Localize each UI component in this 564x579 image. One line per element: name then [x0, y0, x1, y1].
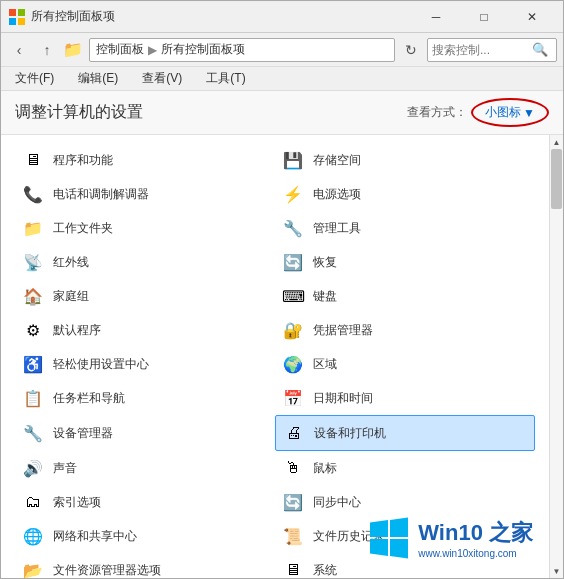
- folder-icon: 📁: [63, 40, 83, 59]
- menu-file[interactable]: 文件(F): [7, 68, 62, 89]
- content-area: 🖥 程序和功能 💾 存储空间 📞 电话和调制解调器 ⚡ 电源选项 📁 工作文件夹…: [1, 135, 563, 578]
- recovery-label: 恢复: [313, 254, 337, 271]
- list-item-highlighted[interactable]: 🖨 设备和打印机: [275, 415, 535, 451]
- maximize-button[interactable]: □: [461, 2, 507, 32]
- sync-label: 同步中心: [313, 494, 361, 511]
- list-item[interactable]: 🌐 网络和共享中心: [15, 519, 275, 553]
- list-item[interactable]: 🔊 声音: [15, 451, 275, 485]
- search-input[interactable]: [432, 43, 532, 57]
- svg-rect-1: [18, 9, 25, 16]
- mouse-icon: 🖱: [281, 456, 305, 480]
- menu-tools[interactable]: 工具(T): [198, 68, 253, 89]
- list-item[interactable]: ⚙ 默认程序: [15, 313, 275, 347]
- view-mode-button[interactable]: 小图标 ▼: [481, 102, 539, 123]
- search-icon[interactable]: 🔍: [532, 42, 548, 57]
- program-features-icon: 🖥: [21, 148, 45, 172]
- taskbar-icon: 📋: [21, 386, 45, 410]
- list-item[interactable]: 🔧 设备管理器: [15, 415, 275, 451]
- list-item[interactable]: 🖥 程序和功能: [15, 143, 275, 177]
- breadcrumb-sep1: ▶: [148, 43, 157, 57]
- workfolder-label: 工作文件夹: [53, 220, 113, 237]
- power-label: 电源选项: [313, 186, 361, 203]
- list-item[interactable]: 🖱 鼠标: [275, 451, 535, 485]
- page-title: 调整计算机的设置: [15, 102, 407, 123]
- index-label: 索引选项: [53, 494, 101, 511]
- scroll-track[interactable]: [550, 149, 563, 564]
- filehistory-label: 文件历史记录: [313, 528, 385, 545]
- default-programs-label: 默认程序: [53, 322, 101, 339]
- admin-tools-icon: 🔧: [281, 216, 305, 240]
- index-icon: 🗂: [21, 490, 45, 514]
- scroll-up-arrow[interactable]: ▲: [550, 135, 564, 149]
- minimize-button[interactable]: ─: [413, 2, 459, 32]
- close-button[interactable]: ✕: [509, 2, 555, 32]
- titlebar: 所有控制面板项 ─ □ ✕: [1, 1, 563, 33]
- list-item[interactable]: 📡 红外线: [15, 245, 275, 279]
- breadcrumb[interactable]: 控制面板 ▶ 所有控制面板项: [89, 38, 395, 62]
- taskbar-label: 任务栏和导航: [53, 390, 125, 407]
- scroll-down-arrow[interactable]: ▼: [550, 564, 564, 578]
- devprint-label: 设备和打印机: [314, 425, 386, 442]
- infrared-icon: 📡: [21, 250, 45, 274]
- network-icon: 🌐: [21, 524, 45, 548]
- items-grid: 🖥 程序和功能 💾 存储空间 📞 电话和调制解调器 ⚡ 电源选项 📁 工作文件夹…: [1, 135, 549, 578]
- default-programs-icon: ⚙: [21, 318, 45, 342]
- titlebar-buttons: ─ □ ✕: [413, 2, 555, 32]
- recovery-icon: 🔄: [281, 250, 305, 274]
- list-item[interactable]: 🔄 同步中心: [275, 485, 535, 519]
- fileexplorer-icon: 📂: [21, 558, 45, 578]
- breadcrumb-current: 所有控制面板项: [161, 41, 245, 58]
- list-item[interactable]: 💾 存储空间: [275, 143, 535, 177]
- view-label: 查看方式：: [407, 104, 467, 121]
- fileexplorer-label: 文件资源管理器选项: [53, 562, 161, 579]
- list-item[interactable]: 🏠 家庭组: [15, 279, 275, 313]
- list-item[interactable]: 🔧 管理工具: [275, 211, 535, 245]
- list-item[interactable]: 🗂 索引选项: [15, 485, 275, 519]
- ease-label: 轻松使用设置中心: [53, 356, 149, 373]
- list-item[interactable]: 📁 工作文件夹: [15, 211, 275, 245]
- list-item[interactable]: ♿ 轻松使用设置中心: [15, 347, 275, 381]
- view-selector: 查看方式： 小图标 ▼: [407, 98, 549, 127]
- svg-rect-0: [9, 9, 16, 16]
- modem-icon: 📞: [21, 182, 45, 206]
- menu-view[interactable]: 查看(V): [134, 68, 190, 89]
- search-box[interactable]: 🔍: [427, 38, 557, 62]
- program-features-label: 程序和功能: [53, 152, 113, 169]
- back-button[interactable]: ‹: [7, 38, 31, 62]
- list-item[interactable]: ⌨ 键盘: [275, 279, 535, 313]
- list-item[interactable]: 📞 电话和调制解调器: [15, 177, 275, 211]
- list-item[interactable]: 🌍 区域: [275, 347, 535, 381]
- menu-edit[interactable]: 编辑(E): [70, 68, 126, 89]
- svg-rect-3: [18, 18, 25, 25]
- list-item[interactable]: 📋 任务栏和导航: [15, 381, 275, 415]
- storage-label: 存储空间: [313, 152, 361, 169]
- up-button[interactable]: ↑: [35, 38, 59, 62]
- content-header: 调整计算机的设置 查看方式： 小图标 ▼: [1, 91, 563, 135]
- addressbar: ‹ ↑ 📁 控制面板 ▶ 所有控制面板项 ↻ 🔍: [1, 33, 563, 67]
- list-item[interactable]: 🔄 恢复: [275, 245, 535, 279]
- storage-icon: 💾: [281, 148, 305, 172]
- list-item[interactable]: 🖥 系统: [275, 553, 535, 578]
- credential-label: 凭据管理器: [313, 322, 373, 339]
- region-icon: 🌍: [281, 352, 305, 376]
- devprint-icon: 🖨: [282, 421, 306, 445]
- homegroup-icon: 🏠: [21, 284, 45, 308]
- list-item[interactable]: ⚡ 电源选项: [275, 177, 535, 211]
- region-label: 区域: [313, 356, 337, 373]
- sync-icon: 🔄: [281, 490, 305, 514]
- keyboard-icon: ⌨: [281, 284, 305, 308]
- system-icon: 🖥: [281, 558, 305, 578]
- list-item[interactable]: 🔐 凭据管理器: [275, 313, 535, 347]
- admin-tools-label: 管理工具: [313, 220, 361, 237]
- devmgr-icon: 🔧: [21, 421, 45, 445]
- scroll-thumb[interactable]: [551, 149, 562, 209]
- titlebar-icon: [9, 9, 25, 25]
- refresh-button[interactable]: ↻: [399, 38, 423, 62]
- list-item[interactable]: 📜 文件历史记录: [275, 519, 535, 553]
- titlebar-title: 所有控制面板项: [31, 8, 413, 25]
- list-item[interactable]: 📅 日期和时间: [275, 381, 535, 415]
- homegroup-label: 家庭组: [53, 288, 89, 305]
- list-item[interactable]: 📂 文件资源管理器选项: [15, 553, 275, 578]
- system-label: 系统: [313, 562, 337, 579]
- infrared-label: 红外线: [53, 254, 89, 271]
